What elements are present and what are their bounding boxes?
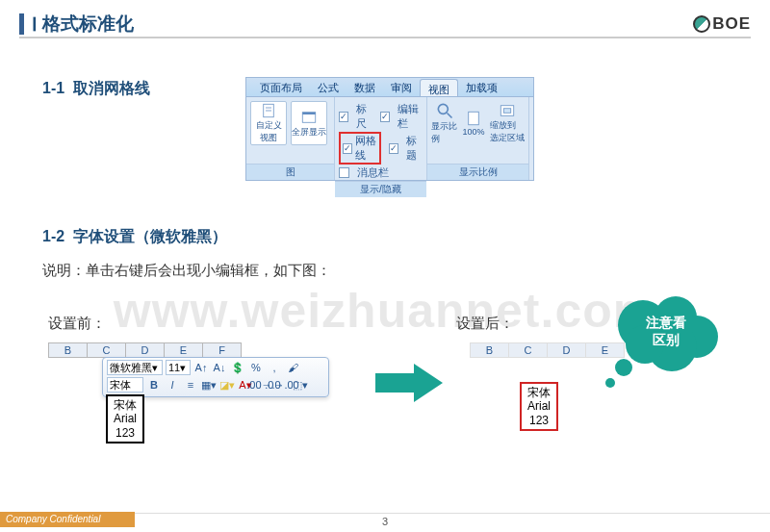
mini-toolbar: 微软雅黑 ▾ 11 ▾ A↑ A↓ 💲 % , 🖌 宋体 B I ≡ ▦▾ ◪▾…	[102, 357, 329, 397]
comma-icon[interactable]: ,	[267, 360, 282, 375]
checkbox-gridlines-row: 网格线 标题	[339, 132, 423, 165]
svg-point-16	[615, 359, 632, 376]
section-title-2: 字体设置（微软雅黑）	[73, 228, 227, 244]
title-text: 格式标准化	[42, 12, 134, 37]
borders-icon[interactable]: ▦▾	[201, 377, 217, 393]
document-icon	[260, 102, 277, 119]
group-label-zoom: 显示比例	[427, 164, 528, 180]
before-label: 设置前：	[48, 315, 106, 333]
format-painter-icon[interactable]: 🖌	[285, 360, 300, 375]
ribbon-group-zoom: 显示比例 100% 缩放到 选定区域 显示比例	[427, 97, 529, 180]
arrow-icon	[375, 364, 443, 402]
merge-icon[interactable]: ⬚▾	[293, 377, 308, 393]
col-header: B	[471, 343, 509, 358]
fill-color-icon[interactable]: ◪▾	[219, 377, 235, 393]
col-header: D	[548, 343, 586, 358]
col-header: D	[126, 343, 165, 358]
svg-marker-10	[375, 364, 443, 402]
zoom-button[interactable]: 显示比例	[431, 101, 457, 145]
font-family-select[interactable]: 微软雅黑 ▾	[107, 360, 163, 375]
cloud-line1: 注意看	[645, 315, 686, 330]
percent-icon[interactable]: %	[248, 360, 264, 375]
bold-icon[interactable]: B	[146, 377, 162, 393]
section-number: 1-1	[42, 80, 64, 96]
checkbox-msgbar-row: 消息栏	[339, 165, 423, 180]
logo-text: BOE	[712, 14, 751, 34]
col-header: B	[49, 343, 88, 358]
tab-data[interactable]: 数据	[346, 78, 383, 96]
checkbox-gridlines[interactable]	[343, 143, 352, 154]
after-label: 设置后：	[456, 315, 514, 333]
slide-header: Ⅰ 格式标准化 BOE	[19, 12, 751, 38]
checkbox-ruler[interactable]	[339, 112, 348, 122]
svg-point-17	[605, 378, 615, 388]
cloud-line2: 区别	[653, 332, 680, 347]
section-1-1-heading: 1-1 取消网格线	[42, 79, 150, 99]
ribbon-body: 自定义 视图 全屏显示 图 标尺 编辑栏 网格线	[246, 97, 533, 180]
checkbox-headings[interactable]	[389, 143, 398, 154]
ribbon-tabs: 页面布局 公式 数据 审阅 视图 加载项	[246, 78, 533, 97]
fullscreen-button[interactable]: 全屏显示	[291, 101, 327, 145]
title-roman: Ⅰ	[32, 13, 38, 36]
logo-icon	[693, 15, 710, 33]
ribbon-group-views: 自定义 视图 全屏显示 图	[246, 97, 335, 180]
tab-review[interactable]: 审阅	[383, 78, 420, 96]
section-1-2-heading: 1-2 字体设置（微软雅黑）	[42, 227, 227, 247]
col-header: E	[165, 343, 203, 358]
accounting-format-icon[interactable]: 💲	[230, 360, 245, 375]
col-header: C	[509, 343, 548, 358]
selection-icon	[499, 102, 516, 119]
before-spreadsheet: B C D E F	[48, 342, 242, 358]
increase-font-icon[interactable]: A↑	[193, 360, 209, 375]
group-label-show-hide: 显示/隐藏	[335, 181, 426, 197]
decrease-font-icon[interactable]: A↓	[212, 360, 227, 375]
title-accent-bar	[19, 13, 24, 35]
tab-addins[interactable]: 加载项	[458, 78, 505, 96]
tab-page-layout[interactable]: 页面布局	[252, 78, 310, 96]
page-title: Ⅰ 格式标准化	[19, 12, 134, 37]
footer-confidential: Company Confidential	[0, 512, 135, 527]
cloud-callout: 注意看 区别	[597, 289, 732, 404]
excel-ribbon-screenshot: 页面布局 公式 数据 审阅 视图 加载项 自定义 视图 全屏显示 图	[245, 77, 534, 181]
font-family-select-2[interactable]: 宋体	[107, 377, 143, 393]
align-center-icon[interactable]: ≡	[183, 377, 198, 393]
svg-point-5	[438, 104, 448, 114]
brand-logo: BOE	[693, 14, 751, 34]
tab-formulas[interactable]: 公式	[310, 78, 346, 96]
page-icon	[465, 110, 482, 127]
italic-icon[interactable]: I	[165, 377, 180, 393]
checkbox-message-bar[interactable]	[339, 167, 349, 178]
magnifier-icon	[434, 101, 455, 120]
custom-views-button[interactable]: 自定义 视图	[250, 101, 287, 145]
fullscreen-icon	[300, 109, 318, 126]
gridlines-highlight: 网格线	[339, 132, 381, 165]
section-1-2-description: 说明：单击右键后会出现小编辑框，如下图：	[42, 262, 331, 280]
before-cell-sample: 宋体 Arial 123	[106, 394, 144, 443]
svg-rect-7	[469, 112, 479, 125]
section-title: 取消网格线	[73, 80, 150, 96]
zoom-to-selection-button[interactable]: 缩放到 选定区域	[490, 101, 525, 145]
after-cell-sample: 宋体 Arial 123	[520, 382, 558, 431]
increase-decimal-icon[interactable]: .0→.00	[274, 377, 290, 393]
ribbon-group-show-hide: 标尺 编辑栏 网格线 标题 消息栏 显示/隐藏	[335, 97, 427, 180]
font-size-select[interactable]: 11 ▾	[166, 360, 191, 375]
section-number-2: 1-2	[42, 228, 64, 244]
svg-rect-9	[503, 109, 511, 114]
col-header: C	[88, 343, 126, 358]
svg-rect-4	[302, 112, 316, 114]
checkbox-ruler-row: 标尺 编辑栏	[339, 102, 423, 131]
zoom-100-button[interactable]: 100%	[460, 101, 486, 145]
col-header: F	[203, 343, 242, 358]
tab-view[interactable]: 视图	[420, 79, 458, 96]
svg-line-6	[447, 114, 451, 118]
checkbox-formula-bar[interactable]	[380, 112, 390, 122]
group-label-views: 图	[246, 164, 334, 180]
